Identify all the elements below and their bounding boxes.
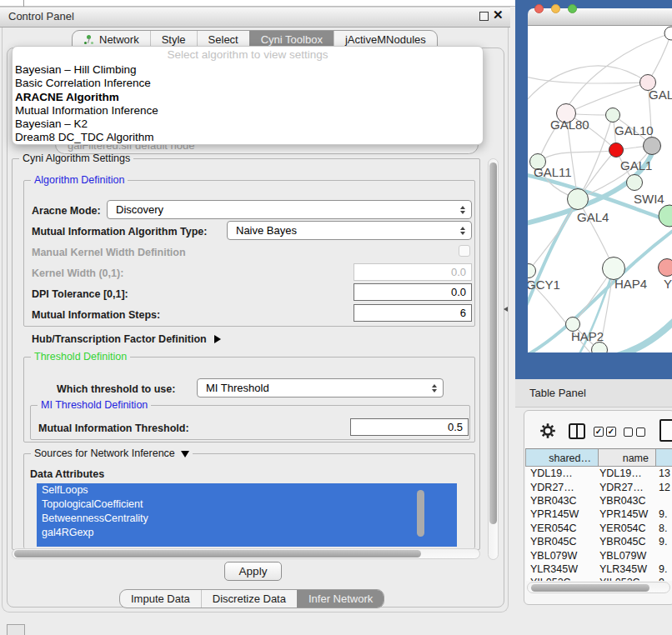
mi-type-label: Mutual Information Algorithm Type: <box>32 226 207 238</box>
network-node-label: SWI4 <box>634 192 664 206</box>
hub-definition-expander[interactable]: Hub/Transcription Factor Definition <box>32 333 221 345</box>
mi-steps-label: Mutual Information Steps: <box>32 309 160 321</box>
network-node-label: Y <box>664 277 672 291</box>
network-icon <box>83 35 94 45</box>
settings-hscroll-thumb[interactable] <box>14 550 421 558</box>
column-header-name[interactable]: name <box>599 448 656 467</box>
aracne-mode-label: Aracne Mode: <box>32 205 101 217</box>
data-attributes-label: Data Attributes <box>30 468 104 480</box>
network-node[interactable] <box>644 138 661 155</box>
expand-down-icon <box>181 451 189 458</box>
page-icon[interactable] <box>659 419 672 442</box>
which-threshold-select[interactable]: MI Threshold <box>197 378 444 398</box>
network-node-label: GAL10 <box>614 123 654 138</box>
close-traffic-light[interactable] <box>534 4 544 13</box>
sources-collapse-header[interactable]: Sources for Network Inference <box>31 448 193 459</box>
checkbox-unchecked-icon[interactable] <box>636 428 645 437</box>
network-node[interactable] <box>659 259 672 277</box>
apply-button[interactable]: Apply <box>224 562 282 581</box>
network-canvas[interactable]: GAL7GAL80GAL10GAL1GAL11SWI4GAL4GCY1HAP4Y… <box>528 26 672 352</box>
algorithm-option[interactable]: Bayesian – K2 <box>13 118 483 131</box>
table-row[interactable]: YDR27…YDR27…12 <box>526 480 672 493</box>
network-edges-highlighted[interactable] <box>528 149 672 352</box>
close-icon[interactable]: ✕ <box>493 8 504 21</box>
network-node[interactable] <box>606 108 620 122</box>
tab-impute-data[interactable]: Impute Data <box>120 590 201 608</box>
top-strip <box>0 0 515 7</box>
threshold-definition-title: Threshold Definition <box>31 351 130 362</box>
attributes-list-scrollbar[interactable] <box>417 490 424 537</box>
algorithm-option[interactable]: Bayesian – Hill Climbing <box>13 63 483 77</box>
kernel-width-field[interactable]: 0.0 <box>354 263 472 281</box>
column-header-shared-name[interactable]: shared… <box>525 448 599 467</box>
network-node[interactable] <box>609 143 624 158</box>
minimized-panel-icon[interactable] <box>7 624 25 635</box>
network-node[interactable] <box>627 175 643 191</box>
minimize-traffic-light[interactable] <box>551 4 560 13</box>
settings-vscroll-thumb[interactable] <box>489 162 497 524</box>
expand-right-icon <box>214 335 221 343</box>
attribute-list-item[interactable]: SelfLoops <box>37 483 457 498</box>
aracne-mode-value: Discovery <box>108 203 455 216</box>
manual-kernel-checkbox[interactable] <box>459 245 470 257</box>
zoom-traffic-light[interactable] <box>568 4 577 13</box>
checkbox-unchecked-icon[interactable] <box>624 428 633 437</box>
network-node[interactable] <box>592 342 608 353</box>
tab-infer-network[interactable]: Infer Network <box>297 590 384 608</box>
column-header-partial[interactable] <box>656 448 672 467</box>
table-row[interactable]: YER054CYER054C8. <box>526 522 672 535</box>
checkbox-checked-icon[interactable]: ✓ <box>594 427 604 437</box>
attribute-list-item[interactable]: BetweennessCentrality <box>37 512 457 526</box>
network-node[interactable] <box>659 205 672 227</box>
table-row[interactable]: YBR043CYBR043C <box>526 494 672 508</box>
aracne-mode-select[interactable]: Discovery <box>107 200 472 219</box>
data-attributes-list[interactable]: SelfLoopsTopologicalCoefficientBetweenne… <box>37 483 457 547</box>
table-panel-title: Table Panel <box>529 387 586 399</box>
algorithm-option[interactable]: ARACNE Algorithm <box>13 91 483 104</box>
settings-hscroll-track[interactable] <box>12 548 480 559</box>
network-window-titlebar[interactable] <box>528 8 672 26</box>
settings-vscroll-track[interactable] <box>488 158 499 560</box>
table-row[interactable]: YLR345WYLR345W9. <box>526 562 672 576</box>
mi-steps-field[interactable]: 6 <box>354 304 472 322</box>
network-node-label: GAL7 <box>649 88 672 102</box>
gear-icon[interactable] <box>539 422 556 439</box>
network-node-label: GAL80 <box>550 118 589 132</box>
table-row[interactable]: YIL052CYIL052C9 <box>526 576 672 581</box>
table-row[interactable]: YBR045CYBR045C9. <box>526 535 672 548</box>
algorithm-option[interactable]: Basic Correlation Inference <box>13 77 483 90</box>
stepper-icon <box>455 227 471 235</box>
network-node-label: HAP2 <box>571 329 604 343</box>
sources-title: Sources for Network Inference <box>34 448 175 459</box>
split-columns-icon[interactable] <box>569 423 585 439</box>
mi-threshold-label: Mutual Information Threshold: <box>38 422 189 434</box>
mi-threshold-field[interactable]: 0.5 <box>350 418 469 436</box>
hub-definition-label: Hub/Transcription Factor Definition <box>32 333 207 345</box>
table-row[interactable]: YBL079WYBL079W <box>526 548 672 562</box>
algorithm-option[interactable]: Dream8 DC_TDC Algorithm <box>13 131 483 144</box>
table-row[interactable]: YDL19…YDL19…13 <box>526 467 672 480</box>
table-rows: YDL19…YDL19…13YDR27…YDR27…12YBR043CYBR04… <box>526 467 672 581</box>
mi-type-value: Naive Bayes <box>228 224 455 237</box>
network-node[interactable] <box>568 189 589 210</box>
network-node[interactable] <box>528 264 536 278</box>
checkbox-checked-icon[interactable]: ✓ <box>606 427 616 437</box>
mi-type-select[interactable]: Naive Bayes <box>227 221 472 240</box>
network-node-label: GAL4 <box>577 210 609 224</box>
tab-discretize-data[interactable]: Discretize Data <box>201 590 297 608</box>
attribute-list-item[interactable]: gal4RGexp <box>37 526 457 540</box>
network-node[interactable] <box>664 27 672 40</box>
table-row[interactable]: YPR145WYPR145W9. <box>526 508 672 521</box>
float-window-icon[interactable] <box>479 12 489 21</box>
which-threshold-label: Which threshold to use: <box>57 383 175 395</box>
splitter-arrow-icon[interactable] <box>504 307 508 312</box>
algorithm-option[interactable]: Mutual Information Inference <box>13 104 483 118</box>
network-node-label: GAL11 <box>534 165 572 179</box>
table-hscroll-thumb[interactable] <box>531 584 649 592</box>
top-strip-divider <box>23 0 24 7</box>
attribute-list-item[interactable]: TopologicalCoefficient <box>37 498 457 512</box>
screen: Control Panel ✕ NetworkStyleSelectCyni T… <box>0 0 672 635</box>
table-hscroll-track[interactable] <box>527 582 670 593</box>
dpi-tolerance-field[interactable]: 0.0 <box>354 283 472 301</box>
network-node-label: GCY1 <box>528 278 560 292</box>
